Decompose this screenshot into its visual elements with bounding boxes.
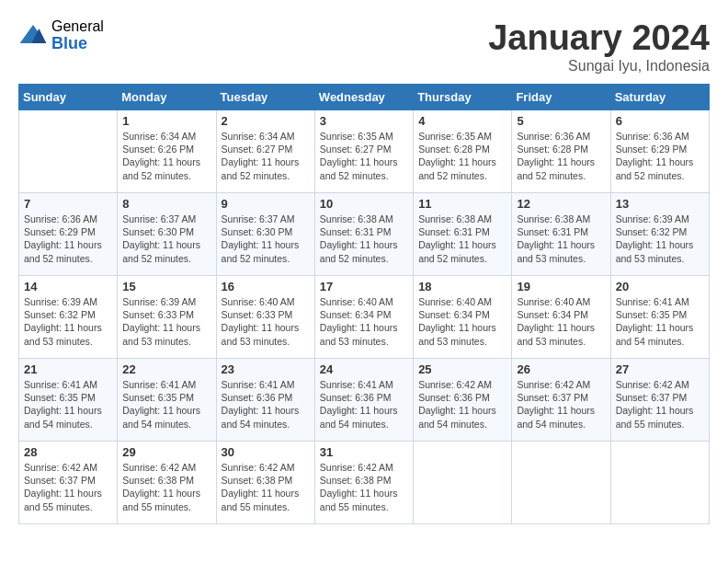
day-number: 21: [24, 362, 112, 376]
month-title: January 2024: [488, 18, 710, 58]
day-number: 9: [222, 197, 310, 211]
calendar-cell: 24Sunrise: 6:41 AMSunset: 6:36 PMDayligh…: [314, 359, 413, 442]
location: Sungai Iyu, Indonesia: [488, 58, 710, 75]
day-number: 7: [24, 197, 112, 211]
header-day-sunday: Sunday: [19, 85, 118, 110]
day-number: 19: [517, 280, 605, 293]
calendar-cell: 20Sunrise: 6:41 AMSunset: 6:35 PMDayligh…: [610, 276, 709, 359]
calendar-cell: 25Sunrise: 6:42 AMSunset: 6:36 PMDayligh…: [414, 359, 512, 442]
day-number: 12: [517, 197, 605, 211]
calendar-cell: 9Sunrise: 6:37 AMSunset: 6:30 PMDaylight…: [216, 193, 314, 276]
calendar-cell: 31Sunrise: 6:42 AMSunset: 6:38 PMDayligh…: [314, 442, 413, 524]
day-number: 16: [222, 280, 310, 293]
header-day-thursday: Thursday: [414, 85, 512, 110]
cell-info: Sunrise: 6:42 AMSunset: 6:38 PMDaylight:…: [222, 461, 310, 513]
day-number: 3: [320, 114, 408, 128]
calendar-cell: 12Sunrise: 6:38 AMSunset: 6:31 PMDayligh…: [512, 193, 610, 276]
header-row: SundayMondayTuesdayWednesdayThursdayFrid…: [19, 85, 710, 110]
cell-info: Sunrise: 6:40 AMSunset: 6:34 PMDaylight:…: [517, 295, 605, 348]
day-number: 8: [122, 197, 210, 211]
calendar-cell: 23Sunrise: 6:41 AMSunset: 6:36 PMDayligh…: [216, 359, 314, 442]
cell-info: Sunrise: 6:34 AMSunset: 6:26 PMDaylight:…: [122, 130, 210, 182]
calendar-cell: 26Sunrise: 6:42 AMSunset: 6:37 PMDayligh…: [512, 359, 610, 442]
header-day-tuesday: Tuesday: [216, 85, 314, 110]
calendar-cell: 14Sunrise: 6:39 AMSunset: 6:32 PMDayligh…: [19, 276, 118, 359]
day-number: 29: [122, 445, 210, 459]
calendar-cell: 21Sunrise: 6:41 AMSunset: 6:35 PMDayligh…: [19, 359, 118, 442]
calendar-week-1: 1Sunrise: 6:34 AMSunset: 6:26 PMDaylight…: [19, 110, 710, 193]
calendar-week-5: 28Sunrise: 6:42 AMSunset: 6:37 PMDayligh…: [19, 442, 710, 524]
cell-info: Sunrise: 6:42 AMSunset: 6:38 PMDaylight:…: [320, 461, 408, 513]
cell-info: Sunrise: 6:39 AMSunset: 6:32 PMDaylight:…: [24, 295, 112, 348]
calendar-cell: [512, 442, 610, 524]
calendar-cell: 11Sunrise: 6:38 AMSunset: 6:31 PMDayligh…: [414, 193, 512, 276]
cell-info: Sunrise: 6:42 AMSunset: 6:36 PMDaylight:…: [418, 378, 506, 431]
calendar-cell: 13Sunrise: 6:39 AMSunset: 6:32 PMDayligh…: [610, 193, 709, 276]
calendar-cell: 2Sunrise: 6:34 AMSunset: 6:27 PMDaylight…: [216, 110, 314, 193]
day-number: 25: [418, 362, 506, 376]
calendar-cell: 27Sunrise: 6:42 AMSunset: 6:37 PMDayligh…: [610, 359, 709, 442]
page-header: General Blue January 2024 Sungai Iyu, In…: [18, 18, 710, 75]
calendar-cell: 19Sunrise: 6:40 AMSunset: 6:34 PMDayligh…: [512, 276, 610, 359]
header-day-wednesday: Wednesday: [314, 85, 413, 110]
calendar-cell: 10Sunrise: 6:38 AMSunset: 6:31 PMDayligh…: [314, 193, 413, 276]
calendar-cell: [610, 442, 709, 524]
calendar-week-2: 7Sunrise: 6:36 AMSunset: 6:29 PMDaylight…: [19, 193, 710, 276]
calendar-cell: 17Sunrise: 6:40 AMSunset: 6:34 PMDayligh…: [314, 276, 413, 359]
header-day-monday: Monday: [118, 85, 216, 110]
cell-info: Sunrise: 6:40 AMSunset: 6:34 PMDaylight:…: [418, 295, 506, 348]
title-block: January 2024 Sungai Iyu, Indonesia: [488, 18, 710, 75]
cell-info: Sunrise: 6:42 AMSunset: 6:37 PMDaylight:…: [517, 378, 605, 431]
day-number: 27: [616, 362, 704, 376]
calendar-cell: 15Sunrise: 6:39 AMSunset: 6:33 PMDayligh…: [118, 276, 216, 359]
header-day-saturday: Saturday: [610, 85, 709, 110]
calendar-cell: [19, 110, 118, 193]
cell-info: Sunrise: 6:41 AMSunset: 6:36 PMDaylight:…: [320, 378, 408, 431]
logo-blue: Blue: [51, 35, 104, 53]
cell-info: Sunrise: 6:41 AMSunset: 6:35 PMDaylight:…: [24, 378, 112, 431]
day-number: 11: [418, 197, 506, 211]
calendar-cell: 30Sunrise: 6:42 AMSunset: 6:38 PMDayligh…: [216, 442, 314, 524]
day-number: 23: [222, 362, 310, 376]
cell-info: Sunrise: 6:36 AMSunset: 6:29 PMDaylight:…: [616, 130, 704, 182]
cell-info: Sunrise: 6:35 AMSunset: 6:28 PMDaylight:…: [418, 130, 506, 182]
day-number: 24: [320, 362, 408, 376]
cell-info: Sunrise: 6:34 AMSunset: 6:27 PMDaylight:…: [222, 130, 310, 182]
cell-info: Sunrise: 6:42 AMSunset: 6:38 PMDaylight:…: [122, 461, 210, 513]
cell-info: Sunrise: 6:39 AMSunset: 6:33 PMDaylight:…: [122, 295, 210, 348]
day-number: 31: [320, 445, 408, 459]
calendar-cell: 1Sunrise: 6:34 AMSunset: 6:26 PMDaylight…: [118, 110, 216, 193]
calendar-week-4: 21Sunrise: 6:41 AMSunset: 6:35 PMDayligh…: [19, 359, 710, 442]
cell-info: Sunrise: 6:36 AMSunset: 6:28 PMDaylight:…: [517, 130, 605, 182]
calendar-table: SundayMondayTuesdayWednesdayThursdayFrid…: [18, 84, 710, 524]
day-number: 6: [616, 114, 704, 128]
day-number: 1: [122, 114, 210, 128]
calendar-cell: 3Sunrise: 6:35 AMSunset: 6:27 PMDaylight…: [314, 110, 413, 193]
cell-info: Sunrise: 6:41 AMSunset: 6:36 PMDaylight:…: [222, 378, 310, 431]
cell-info: Sunrise: 6:38 AMSunset: 6:31 PMDaylight:…: [418, 213, 506, 265]
cell-info: Sunrise: 6:37 AMSunset: 6:30 PMDaylight:…: [222, 213, 310, 265]
day-number: 15: [122, 280, 210, 293]
day-number: 20: [616, 280, 704, 293]
cell-info: Sunrise: 6:41 AMSunset: 6:35 PMDaylight:…: [616, 295, 704, 348]
calendar-cell: 5Sunrise: 6:36 AMSunset: 6:28 PMDaylight…: [512, 110, 610, 193]
cell-info: Sunrise: 6:40 AMSunset: 6:33 PMDaylight:…: [222, 295, 310, 348]
calendar-cell: 22Sunrise: 6:41 AMSunset: 6:35 PMDayligh…: [118, 359, 216, 442]
calendar-cell: 29Sunrise: 6:42 AMSunset: 6:38 PMDayligh…: [118, 442, 216, 524]
logo-general: General: [51, 18, 104, 35]
calendar-cell: 18Sunrise: 6:40 AMSunset: 6:34 PMDayligh…: [414, 276, 512, 359]
cell-info: Sunrise: 6:39 AMSunset: 6:32 PMDaylight:…: [616, 213, 704, 265]
day-number: 22: [122, 362, 210, 376]
day-number: 2: [222, 114, 310, 128]
cell-info: Sunrise: 6:38 AMSunset: 6:31 PMDaylight:…: [517, 213, 605, 265]
logo-icon: [18, 21, 48, 51]
day-number: 13: [616, 197, 704, 211]
calendar-week-3: 14Sunrise: 6:39 AMSunset: 6:32 PMDayligh…: [19, 276, 710, 359]
cell-info: Sunrise: 6:41 AMSunset: 6:35 PMDaylight:…: [122, 378, 210, 431]
cell-info: Sunrise: 6:36 AMSunset: 6:29 PMDaylight:…: [24, 213, 112, 265]
logo: General Blue: [18, 18, 104, 52]
cell-info: Sunrise: 6:35 AMSunset: 6:27 PMDaylight:…: [320, 130, 408, 182]
cell-info: Sunrise: 6:42 AMSunset: 6:37 PMDaylight:…: [24, 461, 112, 513]
day-number: 14: [24, 280, 112, 293]
logo-text: General Blue: [51, 18, 104, 52]
